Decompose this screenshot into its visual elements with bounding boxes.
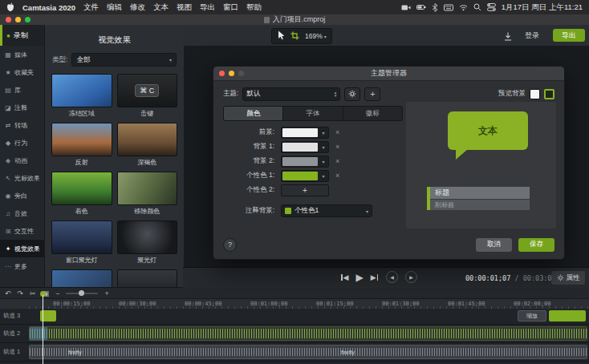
step-forward-button[interactable]: ▶ [371,273,379,281]
effect-thumbnail[interactable] [51,220,112,254]
sidebar-item-voice-narration[interactable]: ◉旁白 [0,187,44,204]
effect-reflection[interactable]: 反射 [51,123,112,167]
tab-logo[interactable]: 徽标 [343,107,402,120]
close-window-button[interactable] [6,17,11,22]
playhead[interactable] [43,295,43,364]
menu-help[interactable]: 帮助 [246,2,262,13]
sidebar-item-cursor-effects[interactable]: ↖光标效果 [0,169,44,187]
remove-foreground-button[interactable]: × [335,128,339,136]
menu-window[interactable]: 窗口 [223,2,238,13]
dialog-title-bar[interactable]: 主题管理器 [213,67,564,81]
timeline-zoom-slider[interactable] [66,293,98,294]
window-traffic-lights[interactable] [6,17,30,22]
effect-thumbnail[interactable] [117,123,178,156]
effect-colorize[interactable]: 着色 [51,172,112,216]
help-button[interactable]: ? [223,238,237,252]
audio-clip-track1[interactable]: firefly firefly [29,345,587,359]
sidebar-item-library[interactable]: ▤库 [0,81,44,99]
remove-accent1-button[interactable]: × [335,172,339,180]
previous-clip-button[interactable]: ◀ [386,271,398,283]
effect-sepia[interactable]: 深褐色 [117,123,178,167]
record-button[interactable]: ● 录制 [0,25,44,46]
sidebar-item-behaviors[interactable]: ◆行为 [0,134,44,152]
undo-button[interactable]: ↶ [5,289,11,297]
cursor-tool-icon[interactable] [277,29,285,43]
track-2[interactable]: 轨道 2 [0,325,589,343]
effect-thumbnail[interactable] [117,172,178,205]
split-button[interactable]: ✂ [30,289,36,297]
effect-thumbnail[interactable] [117,269,178,287]
slider-knob[interactable] [79,290,84,296]
sidebar-item-audio-effects[interactable]: ♫音效 [0,204,44,222]
track-3[interactable]: 轨道 3 缩放 [0,308,589,325]
menu-app-name[interactable]: Camtasia 2020 [22,3,75,12]
next-clip-button[interactable]: ▶ [405,271,417,283]
sidebar-item-visual-effects[interactable]: ✦视觉效果 [0,240,44,257]
effect-window-spotlight[interactable]: 窗口聚光灯 [51,220,112,265]
annotation-bg-select[interactable]: 个性色1 ▾ [281,204,372,217]
redo-button[interactable]: ↷ [18,289,24,297]
save-button[interactable]: 保存 [518,238,554,252]
selection-region[interactable] [30,327,47,340]
remove-background2-button[interactable]: × [335,157,339,165]
menu-edit[interactable]: 编辑 [107,2,122,13]
zoom-clip[interactable]: 缩放 [518,310,546,322]
search-icon[interactable] [473,3,481,11]
menu-datetime[interactable]: 1月17日 周日 上午11:21 [502,2,583,13]
audio-clip-track2[interactable] [29,326,587,341]
crop-tool-icon[interactable] [290,29,299,43]
zoom-out-button[interactable]: − [55,289,59,297]
theme-select[interactable]: 默认 ▴▾ [242,87,340,101]
tab-colors[interactable]: 颜色 [224,107,283,120]
preview-bg-dark-swatch[interactable] [544,89,554,99]
effect-partial-2[interactable] [117,269,178,287]
menu-modify[interactable]: 修改 [130,2,145,13]
preview-bg-white-swatch[interactable] [530,89,540,99]
minimize-window-button[interactable] [15,17,21,22]
sidebar-item-interactivity[interactable]: ⊞交互性 [0,222,44,240]
control-center-icon[interactable] [487,3,496,11]
track-1[interactable]: 轨道 1 firefly firefly [0,343,589,362]
effect-thumbnail[interactable] [51,123,112,156]
canvas-zoom-select[interactable]: 169% ▾ [305,32,327,40]
sidebar-item-media[interactable]: ▦媒体 [0,46,44,63]
annotation-clip-2[interactable] [549,310,586,322]
sidebar-item-annotations[interactable]: ◪注释 [0,99,44,116]
zoom-in-button[interactable]: + [104,289,108,297]
bluetooth-icon[interactable] [432,3,438,12]
zoom-window-button[interactable] [25,17,30,22]
effect-freeze-region[interactable]: 冻结区域 [51,74,112,118]
type-filter-select[interactable]: 全部 ▾ [71,53,177,67]
keyboard-input-icon[interactable] [444,4,453,11]
tab-fonts[interactable]: 字体 [283,107,343,120]
battery-icon[interactable] [416,3,426,11]
wifi-icon[interactable] [459,4,468,11]
screen-record-icon[interactable] [401,4,411,11]
dialog-minimize-button[interactable] [229,71,234,76]
properties-button[interactable]: 属性 [551,271,585,285]
sidebar-item-transitions[interactable]: ⇄转场 [0,116,44,134]
theme-settings-button[interactable] [344,87,360,101]
effect-partial-1[interactable] [51,269,112,287]
foreground-color-select[interactable]: ▾ [281,127,329,139]
effect-keystrokes[interactable]: ⌘ C击键 [117,74,178,118]
cancel-button[interactable]: 取消 [476,238,512,252]
sidebar-item-favorites[interactable]: ★收藏夹 [0,63,44,81]
share-download-button[interactable] [504,30,512,44]
remove-background1-button[interactable]: × [335,143,339,151]
effect-thumbnail[interactable] [51,172,112,205]
sidebar-item-animations[interactable]: ◈动画 [0,152,44,169]
apple-menu[interactable] [6,2,14,12]
menu-text[interactable]: 文本 [153,2,169,13]
effect-thumbnail[interactable] [51,74,112,107]
effect-thumbnail[interactable] [51,269,112,287]
export-button[interactable]: 导出 [553,29,585,42]
sidebar-item-more[interactable]: ⋯更多 [0,257,44,275]
background2-color-select[interactable]: ▾ [281,156,329,168]
effect-spotlight[interactable]: 聚光灯 [117,220,178,265]
accent1-color-select[interactable]: ▾ [281,170,329,182]
timeline-ruler[interactable]: 00:00:15;00 00:00:30;00 00:00:45;00 00:0… [0,298,589,309]
step-back-button[interactable]: ◀ [340,273,348,281]
menu-view[interactable]: 视图 [177,2,192,13]
dialog-close-button[interactable] [219,71,225,76]
